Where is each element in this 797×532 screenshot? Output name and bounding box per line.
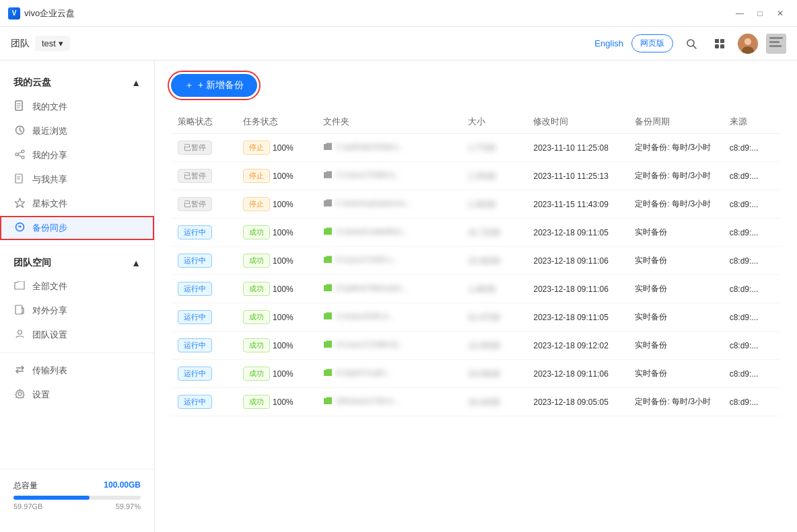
cell-source: c8:d9:...	[723, 219, 781, 247]
task-percent: 100%	[273, 284, 293, 294]
folder-icon	[323, 227, 333, 235]
cell-task: 成功 100%	[236, 303, 316, 332]
sidebar-item-label: 星标文件	[32, 198, 67, 210]
modify-time: 2023-11-10 11:25:08	[533, 143, 608, 153]
cell-strategy[interactable]: 运行中	[171, 360, 236, 388]
sidebar-item-backup-sync[interactable]: 备份同步	[0, 216, 154, 240]
cell-folder: D:\users\71605-c...	[316, 247, 462, 275]
cell-strategy[interactable]: 运行中	[171, 219, 236, 247]
sidebar: 我的云盘 ▲ 我的文件 最近浏览 我的分享 与我共享	[0, 61, 155, 532]
topbar-right: English 网页版	[594, 34, 786, 54]
search-button[interactable]	[681, 34, 701, 54]
backup-cycle: 实时备份	[635, 340, 667, 350]
grid-view-button[interactable]	[709, 34, 730, 54]
backup-table: 策略状态 任务状态 文件夹 大小 修改时间 备份周期	[171, 110, 781, 416]
cell-folder: G:\Users\71668-62...	[316, 332, 462, 360]
cell-source: c8:d9:...	[723, 134, 781, 162]
task-percent: 100%	[273, 143, 293, 153]
cell-time: 2023-12-18 09:05:05	[526, 388, 628, 416]
sidebar-item-label: 我的文件	[32, 101, 67, 113]
cell-cycle: 定时备份: 每时/3小时	[628, 388, 722, 416]
svg-line-19	[20, 130, 22, 132]
maximize-button[interactable]: □	[751, 5, 769, 22]
strategy-badge: 运行中	[178, 310, 212, 324]
cell-strategy[interactable]: 运行中	[171, 247, 236, 275]
sidebar-item-label: 传输列表	[32, 365, 67, 377]
file-size: 1.46GB	[468, 200, 495, 209]
task-badge: 成功	[243, 367, 270, 381]
sidebar-item-recent[interactable]: 最近浏览	[0, 119, 154, 143]
cell-strategy[interactable]: 已暂停	[171, 190, 236, 219]
source-id: c8:d9:...	[730, 284, 759, 294]
sidebar-item-all-files[interactable]: 全部文件	[0, 274, 154, 299]
avatar[interactable]	[738, 34, 758, 54]
cell-folder: D:\path\a74kb\subs\...	[316, 275, 462, 303]
strategy-badge: 运行中	[178, 367, 212, 381]
cell-time: 2023-11-10 11:25:13	[526, 162, 628, 190]
strategy-badge: 已暂停	[178, 141, 212, 155]
sidebar-item-external-share[interactable]: 对外分享	[0, 299, 154, 323]
svg-marker-28	[15, 198, 25, 208]
task-badge: 成功	[243, 310, 270, 324]
sidebar-item-shared-with-me[interactable]: 与我共享	[0, 167, 154, 192]
cell-strategy[interactable]: 已暂停	[171, 134, 236, 162]
team-space-header: 团队空间 ▲	[0, 252, 154, 274]
sidebar-item-starred[interactable]: 星标文件	[0, 192, 154, 216]
sidebar-item-label: 对外分享	[32, 305, 67, 317]
close-button[interactable]: ✕	[771, 5, 789, 22]
cell-strategy[interactable]: 运行中	[171, 332, 236, 360]
cell-task: 停止 100%	[236, 162, 316, 190]
cell-cycle: 实时备份	[628, 360, 722, 388]
strategy-badge: 已暂停	[178, 197, 212, 211]
sidebar-item-team-manage[interactable]: 团队设置	[0, 323, 154, 347]
sidebar-item-settings[interactable]: 设置	[0, 383, 154, 407]
backup-icon	[13, 222, 26, 234]
storage-info: 总容量 100.00GB 59.97GB 59.97%	[0, 469, 154, 521]
star-icon	[13, 198, 26, 210]
sidebar-divider2	[0, 352, 154, 353]
cell-source: c8:d9:...	[723, 303, 781, 332]
cell-strategy[interactable]: 已暂停	[171, 162, 236, 190]
storage-percent: 59.97%	[116, 502, 141, 510]
language-button[interactable]: English	[594, 38, 623, 48]
cell-strategy[interactable]: 运行中	[171, 388, 236, 416]
task-percent: 100%	[273, 397, 293, 407]
task-status-group: 停止 100%	[243, 169, 293, 183]
task-percent: 100%	[273, 341, 293, 350]
file-icon	[13, 100, 26, 113]
second-avatar[interactable]	[766, 34, 786, 54]
cell-task: 成功 100%	[236, 275, 316, 303]
sidebar-item-my-files[interactable]: 我的文件	[0, 94, 154, 119]
team-dropdown[interactable]: test ▾	[35, 36, 70, 51]
titlebar: V vivo企业云盘 — □ ✕	[0, 0, 797, 27]
my-cloud-collapse-icon[interactable]: ▲	[131, 77, 141, 88]
task-badge: 停止	[243, 169, 270, 183]
cell-strategy[interactable]: 运行中	[171, 275, 236, 303]
add-backup-button[interactable]: ＋ + 新增备份	[171, 74, 257, 97]
col-header-folder: 文件夹	[316, 110, 462, 134]
cell-time: 2023-11-15 11:43:09	[526, 190, 628, 219]
cell-source: c8:d9:...	[723, 190, 781, 219]
svg-rect-3	[720, 39, 724, 43]
cell-cycle: 实时备份	[628, 332, 722, 360]
storage-title: 总容量	[13, 480, 38, 492]
task-status-group: 成功 100%	[243, 395, 293, 409]
sidebar-item-my-share[interactable]: 我的分享	[0, 143, 154, 167]
cell-strategy[interactable]: 运行中	[171, 303, 236, 332]
cell-cycle: 实时备份	[628, 247, 722, 275]
web-version-button[interactable]: 网页版	[631, 34, 673, 52]
file-size: 1.25GB	[468, 172, 495, 181]
cell-folder: C:\path\abc\folder1...	[316, 134, 462, 162]
topbar: 团队 test ▾ English 网页版	[0, 27, 797, 61]
team-space-collapse-icon[interactable]: ▲	[131, 258, 141, 268]
task-badge: 停止	[243, 141, 270, 155]
col-header-cycle: 备份周期	[628, 110, 722, 134]
source-id: c8:d9:...	[730, 143, 759, 153]
cell-source: c8:d9:...	[723, 332, 781, 360]
task-percent: 100%	[273, 172, 293, 181]
svg-rect-9	[766, 34, 786, 54]
sidebar-item-transfer[interactable]: 传输列表	[0, 358, 154, 383]
folder-icon	[323, 397, 333, 405]
minimize-button[interactable]: —	[731, 5, 749, 22]
file-size: 13.49GB	[468, 341, 499, 350]
